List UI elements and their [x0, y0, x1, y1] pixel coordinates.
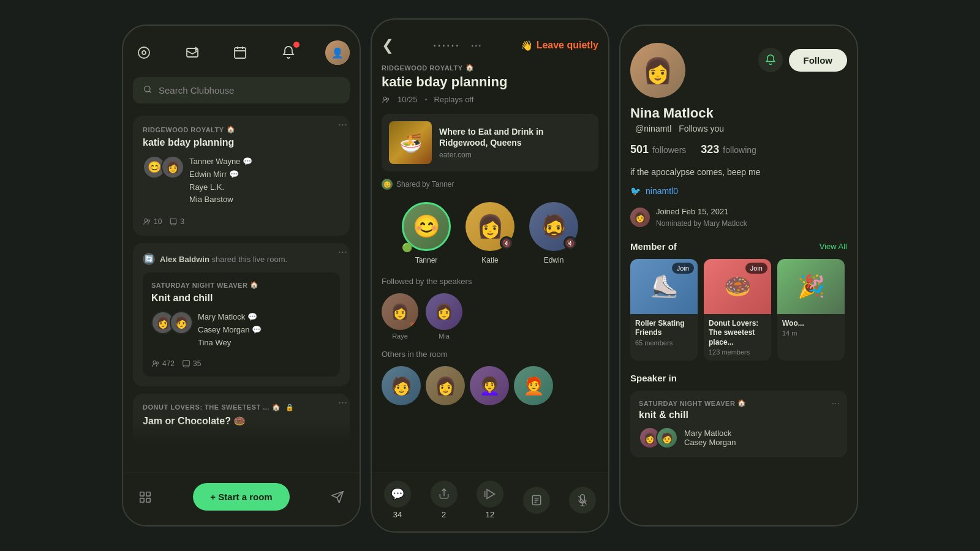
- club-roller-thumb: ⛸️ Join: [630, 259, 698, 314]
- svg-rect-9: [183, 360, 190, 365]
- house-icon-3: 🏠: [272, 403, 281, 411]
- mute-action[interactable]: [569, 487, 596, 514]
- speaker-edwin[interactable]: 🧔 🔇 Edwin: [529, 202, 578, 264]
- back-chevron-icon[interactable]: ❮: [382, 37, 394, 54]
- follow-button[interactable]: Follow: [789, 49, 848, 72]
- notification-bell-button[interactable]: [758, 48, 783, 72]
- followed-label: Followed by the speakers: [382, 277, 598, 286]
- shared-by-label: 🔄 Alex Baldwin shared this live room.: [143, 253, 340, 265]
- other-person-3[interactable]: 👩‍🦱: [470, 366, 509, 405]
- svg-rect-13: [146, 498, 150, 501]
- svg-point-15: [386, 98, 389, 100]
- link-thumbnail: 🍜: [389, 121, 432, 164]
- live-speakers: 👩 🧑 Mary Matlock Casey Morgan: [639, 427, 839, 449]
- svg-rect-10: [140, 492, 144, 495]
- other-person-2[interactable]: 👩: [426, 366, 465, 405]
- profile-actions: Follow: [758, 48, 848, 72]
- phone-2: ❮ ⋯⋯ ··· 👋 Leave quietly RIDGEWOOD ROYAL…: [371, 18, 609, 533]
- explore-icon[interactable]: [133, 42, 155, 64]
- live-room-club-label: SATURDAY NIGHT WEAVER 🏠: [639, 399, 839, 407]
- profile-joined: 👩 Joined Feb 15, 2021 Nominated by Mary …: [630, 206, 847, 229]
- svg-rect-3: [235, 48, 246, 58]
- speaker-katie[interactable]: 👩 🔇 Katie: [466, 202, 514, 264]
- room1-more-btn[interactable]: ···: [336, 116, 350, 133]
- shared-room-more-btn[interactable]: ···: [336, 243, 350, 261]
- speaker-tanner[interactable]: 😊 🟢 Tanner: [402, 202, 451, 264]
- search-placeholder: Search Clubhouse: [159, 85, 234, 96]
- partial-room-more-btn[interactable]: ···: [336, 394, 350, 411]
- club-third-thumb: 🎉: [777, 259, 845, 314]
- live-room-card[interactable]: SATURDAY NIGHT WEAVER 🏠 knit & chill 👩 🧑…: [630, 391, 847, 457]
- club-donut-lovers[interactable]: 🍩 Join Donut Lovers: The sweetest place.…: [704, 259, 771, 361]
- profile-stats: 501 followers 323 following: [630, 143, 847, 156]
- club-donut-thumb: 🍩 Join: [704, 259, 771, 314]
- svg-point-5: [145, 219, 148, 222]
- room1-title: katie bday planning: [143, 137, 340, 148]
- shared-room-card[interactable]: 🔄 Alex Baldwin shared this live room. SA…: [133, 243, 350, 386]
- calendar-icon[interactable]: [229, 42, 251, 64]
- member-of-title: Member of: [630, 241, 677, 252]
- room-card-1[interactable]: RIDGEWOOD ROYALTY 🏠 katie bday planning …: [133, 116, 350, 236]
- club-third[interactable]: 🎉 Woo... 14 m: [777, 259, 845, 361]
- chat-action[interactable]: 💬 34: [384, 481, 411, 519]
- search-bar[interactable]: Search Clubhouse: [133, 77, 350, 103]
- followed-row: 🎉 👩 Raye 👩 Mia: [382, 293, 598, 340]
- svg-point-14: [383, 97, 386, 100]
- participants-icon[interactable]: ⋯⋯: [432, 37, 459, 53]
- svg-rect-12: [140, 498, 144, 501]
- questions-action[interactable]: [523, 487, 550, 514]
- create-message-icon[interactable]: [181, 42, 203, 64]
- following-stat[interactable]: 323 following: [701, 143, 756, 156]
- club-donut-join-button[interactable]: Join: [745, 263, 767, 274]
- others-row: 🧑 👩 👩‍🦱 🧑‍🦰: [382, 366, 598, 405]
- profile-bio: if the apocalypse comes, beep me: [630, 166, 847, 179]
- room1-avatar-stack: 😊 👩: [143, 156, 184, 211]
- other-person-4[interactable]: 🧑‍🦰: [514, 366, 553, 405]
- link-preview[interactable]: 🍜 Where to Eat and Drink in Ridgewood, Q…: [382, 114, 598, 171]
- room1-meta: 10 3: [143, 217, 340, 226]
- room2-title: katie bday planning: [382, 74, 598, 90]
- view-all-button[interactable]: View All: [820, 242, 847, 251]
- profile-header: 👩 Follow: [630, 38, 847, 98]
- joined-avatar: 👩: [630, 208, 650, 227]
- room2-club-label: RIDGEWOOD ROYALTY 🏠: [382, 64, 598, 72]
- twitter-icon: 🐦: [630, 186, 641, 196]
- club-roller-skating[interactable]: ⛸️ Join Roller Skating Friends 65 member…: [630, 259, 698, 361]
- share-action[interactable]: 2: [431, 481, 458, 519]
- start-room-button[interactable]: + Start a room: [193, 483, 289, 511]
- other-person-1[interactable]: 🧑: [382, 366, 421, 405]
- leave-quietly-button[interactable]: 👋 Leave quietly: [521, 40, 598, 51]
- others-label: Others in the room: [382, 350, 598, 359]
- listener-mia[interactable]: 👩 Mia: [426, 293, 462, 340]
- profile-avatar[interactable]: 👩: [630, 43, 685, 98]
- listener-raye[interactable]: 🎉 👩 Raye: [382, 293, 418, 340]
- svg-rect-11: [146, 492, 150, 495]
- svg-point-0: [138, 47, 149, 58]
- grid-icon[interactable]: [135, 487, 155, 507]
- followers-stat[interactable]: 501 followers: [630, 143, 686, 156]
- room1-club-label: RIDGEWOOD ROYALTY 🏠: [143, 126, 340, 133]
- notifications-icon[interactable]: [277, 42, 300, 64]
- phone-3: 👩 Follow Nina Matlock @ninamtl Follows y…: [619, 24, 858, 527]
- room2-meta: 10/25 Replays off: [382, 95, 598, 104]
- clubs-row: ⛸️ Join Roller Skating Friends 65 member…: [630, 259, 847, 361]
- profile-twitter[interactable]: 🐦 ninamtl0: [630, 186, 847, 196]
- phone-1: 👤 Search Clubhouse RIDGEWOOD ROYALTY 🏠: [122, 24, 361, 527]
- send-icon[interactable]: [328, 487, 347, 507]
- svg-point-8: [156, 362, 158, 364]
- clips-action[interactable]: 12: [477, 481, 503, 519]
- profile-handle: @ninamtl Follows you: [630, 124, 847, 133]
- link-content: Where to Eat and Drink in Ridgewood, Que…: [439, 126, 591, 159]
- phone2-bottom-bar: 💬 34 2: [372, 473, 608, 531]
- more-options-icon[interactable]: ···: [470, 37, 481, 53]
- speaker-in-label: Speaker in: [630, 373, 847, 383]
- house-icon: 🏠: [227, 126, 236, 133]
- partial-room-card[interactable]: DONUT LOVERS: THE SWEETEST ... 🏠 🔒 Jam o…: [133, 394, 350, 444]
- member-of-section-header: Member of View All: [630, 241, 847, 252]
- user-avatar[interactable]: 👤: [325, 40, 350, 65]
- club-roller-join-button[interactable]: Join: [672, 263, 694, 274]
- live-room-more-btn[interactable]: ···: [832, 398, 840, 409]
- phone1-bottom-bar: + Start a room: [123, 473, 360, 525]
- profile-name: Nina Matlock: [630, 105, 847, 121]
- room1-speakers: Tanner Wayne 💬 Edwin Mirr 💬 Raye L.K. Mi…: [189, 156, 252, 206]
